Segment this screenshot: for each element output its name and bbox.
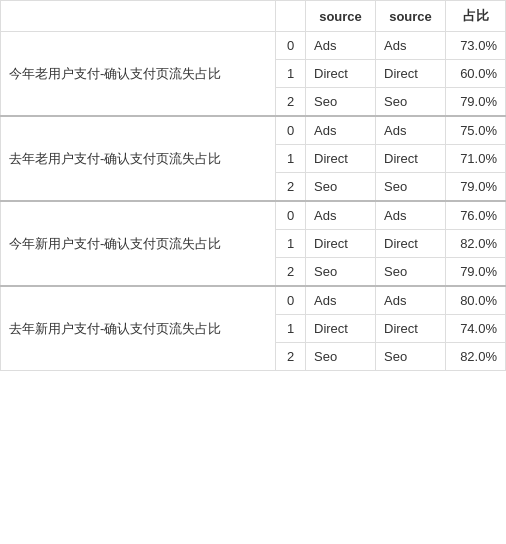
pct-cell: 79.0% [446, 173, 506, 202]
pct-cell: 80.0% [446, 286, 506, 315]
source1-cell: Seo [306, 173, 376, 202]
index-cell: 0 [276, 201, 306, 230]
source1-cell: Ads [306, 116, 376, 145]
source1-cell: Direct [306, 230, 376, 258]
source1-cell: Direct [306, 145, 376, 173]
source2-cell: Seo [376, 258, 446, 287]
pct-cell: 79.0% [446, 258, 506, 287]
source2-cell: Ads [376, 286, 446, 315]
table-row: 今年老用户支付-确认支付页流失占比0AdsAds73.0% [1, 32, 506, 60]
source2-cell: Seo [376, 88, 446, 117]
source1-cell: Direct [306, 315, 376, 343]
source2-cell: Direct [376, 315, 446, 343]
pct-cell: 76.0% [446, 201, 506, 230]
index-cell: 2 [276, 258, 306, 287]
col-header-index [276, 1, 306, 32]
source1-cell: Seo [306, 258, 376, 287]
index-cell: 2 [276, 88, 306, 117]
source1-cell: Ads [306, 32, 376, 60]
col-header-source1: source [306, 1, 376, 32]
table-row: 去年老用户支付-确认支付页流失占比0AdsAds75.0% [1, 116, 506, 145]
col-header-label [1, 1, 276, 32]
source2-cell: Direct [376, 145, 446, 173]
header-row: source source 占比 [1, 1, 506, 32]
group-label: 今年新用户支付-确认支付页流失占比 [1, 201, 276, 286]
table-row: 去年新用户支付-确认支付页流失占比0AdsAds80.0% [1, 286, 506, 315]
group-label: 去年老用户支付-确认支付页流失占比 [1, 116, 276, 201]
pct-cell: 71.0% [446, 145, 506, 173]
pct-cell: 82.0% [446, 230, 506, 258]
data-table: source source 占比 今年老用户支付-确认支付页流失占比0AdsAd… [0, 0, 506, 371]
col-header-pct: 占比 [446, 1, 506, 32]
col-header-source2: source [376, 1, 446, 32]
pct-cell: 79.0% [446, 88, 506, 117]
source1-cell: Seo [306, 343, 376, 371]
index-cell: 1 [276, 145, 306, 173]
source2-cell: Ads [376, 201, 446, 230]
pct-cell: 75.0% [446, 116, 506, 145]
source1-cell: Ads [306, 286, 376, 315]
source2-cell: Direct [376, 60, 446, 88]
index-cell: 1 [276, 60, 306, 88]
pct-cell: 73.0% [446, 32, 506, 60]
index-cell: 2 [276, 343, 306, 371]
source1-cell: Direct [306, 60, 376, 88]
index-cell: 0 [276, 116, 306, 145]
source1-cell: Seo [306, 88, 376, 117]
group-label: 今年老用户支付-确认支付页流失占比 [1, 32, 276, 117]
source2-cell: Seo [376, 343, 446, 371]
index-cell: 1 [276, 315, 306, 343]
index-cell: 2 [276, 173, 306, 202]
source1-cell: Ads [306, 201, 376, 230]
source2-cell: Direct [376, 230, 446, 258]
pct-cell: 82.0% [446, 343, 506, 371]
source2-cell: Ads [376, 32, 446, 60]
source2-cell: Ads [376, 116, 446, 145]
index-cell: 1 [276, 230, 306, 258]
table-row: 今年新用户支付-确认支付页流失占比0AdsAds76.0% [1, 201, 506, 230]
pct-cell: 60.0% [446, 60, 506, 88]
group-label: 去年新用户支付-确认支付页流失占比 [1, 286, 276, 371]
index-cell: 0 [276, 32, 306, 60]
pct-cell: 74.0% [446, 315, 506, 343]
index-cell: 0 [276, 286, 306, 315]
table-container: source source 占比 今年老用户支付-确认支付页流失占比0AdsAd… [0, 0, 506, 371]
source2-cell: Seo [376, 173, 446, 202]
